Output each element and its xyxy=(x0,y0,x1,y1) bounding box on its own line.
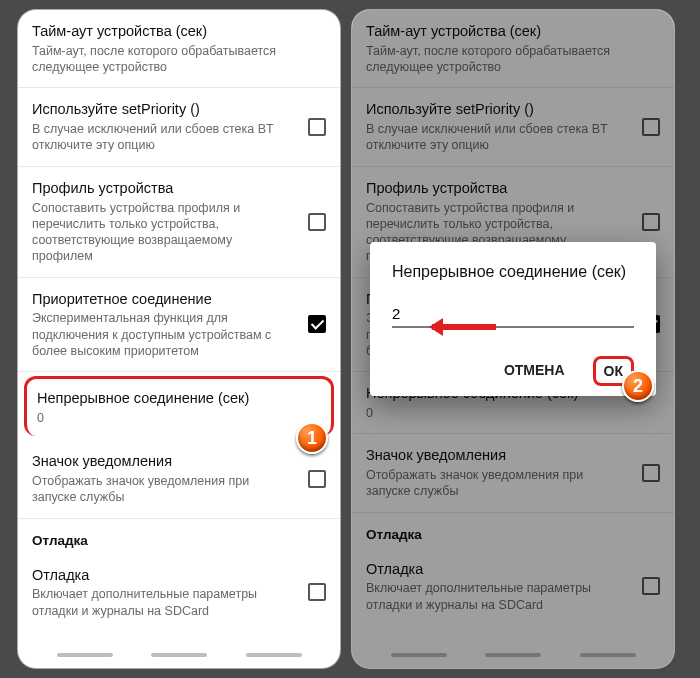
nav-pill[interactable] xyxy=(151,653,207,657)
dialog-continuous-connection: Непрерывное соединение (сек) ОТМЕНА ОК xyxy=(370,242,656,396)
item-device-timeout[interactable]: Тайм-аут устройства (сек) Тайм-аут, посл… xyxy=(18,10,340,88)
checkbox-checked[interactable] xyxy=(308,315,326,333)
item-sub: Экспериментальная функция для подключени… xyxy=(32,310,282,359)
checkbox[interactable] xyxy=(308,470,326,488)
item-sub: Включает дополнительные параметры отладк… xyxy=(32,586,282,619)
item-title: Непрерывное соединение (сек) xyxy=(37,389,279,408)
cancel-button[interactable]: ОТМЕНА xyxy=(496,356,573,386)
phone-right: Тайм-аут устройства (сек) Тайм-аут, посл… xyxy=(352,10,674,668)
item-notification-icon[interactable]: Значок уведомления Отображать значок уве… xyxy=(18,440,340,518)
annotation-arrow xyxy=(432,324,496,330)
item-sub: В случае исключений или сбоев стека BT о… xyxy=(32,121,282,154)
android-navbar xyxy=(18,646,340,664)
checkbox[interactable] xyxy=(308,213,326,231)
dialog-title: Непрерывное соединение (сек) xyxy=(392,262,634,283)
item-setpriority[interactable]: Используйте setPriority () В случае искл… xyxy=(18,88,340,166)
item-debug[interactable]: Отладка Включает дополнительные параметр… xyxy=(18,554,340,631)
settings-list: Тайм-аут устройства (сек) Тайм-аут, посл… xyxy=(18,10,340,631)
item-title: Используйте setPriority () xyxy=(32,100,282,119)
nav-pill[interactable] xyxy=(246,653,302,657)
item-title: Отладка xyxy=(32,566,282,585)
checkbox[interactable] xyxy=(308,583,326,601)
item-title: Профиль устройства xyxy=(32,179,282,198)
item-priority-connection[interactable]: Приоритетное соединение Экспериментальна… xyxy=(18,278,340,373)
item-continuous-connection[interactable]: Непрерывное соединение (сек) 0 xyxy=(24,376,334,436)
checkbox[interactable] xyxy=(308,118,326,136)
item-sub: Тайм-аут, после которого обрабатывается … xyxy=(32,43,282,76)
item-value: 0 xyxy=(37,410,279,426)
item-title: Приоритетное соединение xyxy=(32,290,282,309)
item-sub: Отображать значок уведомления при запуск… xyxy=(32,473,282,506)
item-device-profile[interactable]: Профиль устройства Сопоставить устройств… xyxy=(18,167,340,278)
section-debug-header: Отладка xyxy=(18,519,340,554)
item-sub: Сопоставить устройства профиля и перечис… xyxy=(32,200,282,265)
nav-pill[interactable] xyxy=(57,653,113,657)
item-title: Тайм-аут устройства (сек) xyxy=(32,22,282,41)
step-marker-1: 1 xyxy=(296,422,328,454)
step-marker-2: 2 xyxy=(622,370,654,402)
phone-left: Тайм-аут устройства (сек) Тайм-аут, посл… xyxy=(18,10,340,668)
item-title: Значок уведомления xyxy=(32,452,282,471)
